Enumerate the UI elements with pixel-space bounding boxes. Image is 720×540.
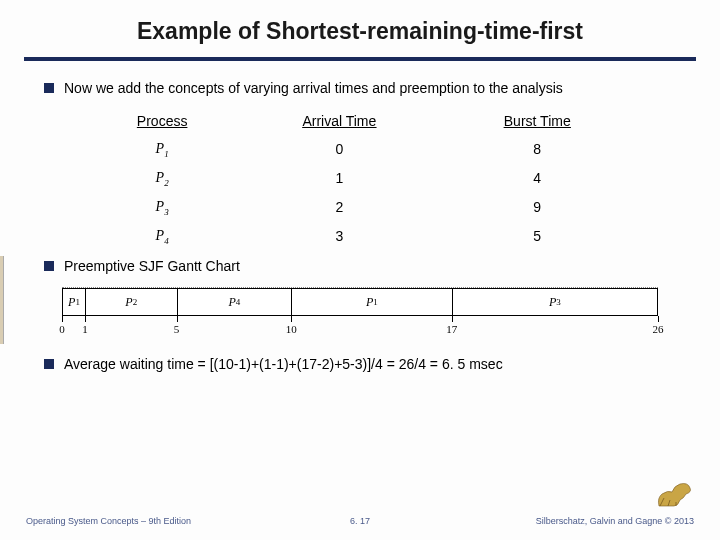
bullet-intro-text: Now we add the concepts of varying arriv… bbox=[64, 79, 676, 98]
footer-right: Silberschatz, Galvin and Gagne © 2013 bbox=[536, 516, 694, 526]
footer-page: 6. 17 bbox=[350, 516, 370, 526]
dinosaur-icon bbox=[654, 478, 694, 508]
gantt-tick-label: 17 bbox=[446, 322, 457, 337]
process-table: Process Arrival Time Burst Time P1 0 8 P… bbox=[88, 108, 632, 251]
footer: Operating System Concepts – 9th Edition … bbox=[0, 516, 720, 526]
table-row: P2 1 4 bbox=[88, 164, 632, 193]
square-bullet-icon bbox=[44, 261, 54, 271]
gantt-segment: P1 bbox=[291, 288, 451, 316]
col-burst: Burst Time bbox=[443, 108, 632, 135]
col-process: Process bbox=[88, 108, 236, 135]
table-row: P1 0 8 bbox=[88, 135, 632, 164]
bullet-intro: Now we add the concepts of varying arriv… bbox=[44, 79, 676, 98]
bullet-gantt: Preemptive SJF Gantt Chart bbox=[44, 257, 676, 276]
sidebar-stub bbox=[0, 256, 4, 344]
table-row: P4 3 5 bbox=[88, 222, 632, 251]
gantt-chart: P1P2P4P1P3015101726 bbox=[62, 287, 658, 341]
bullet-avg-text: Average waiting time = [(10-1)+(1-1)+(17… bbox=[64, 355, 676, 374]
footer-left: Operating System Concepts – 9th Edition bbox=[26, 516, 191, 526]
page-title: Example of Shortest-remaining-time-first bbox=[40, 18, 680, 45]
bullet-avg: Average waiting time = [(10-1)+(1-1)+(17… bbox=[44, 355, 676, 374]
table-row: P3 2 9 bbox=[88, 193, 632, 222]
gantt-segment: P2 bbox=[85, 288, 177, 316]
gantt-segment: P1 bbox=[62, 288, 85, 316]
gantt-tick-label: 26 bbox=[653, 322, 664, 337]
gantt-tick-label: 10 bbox=[286, 322, 297, 337]
gantt-tick-label: 0 bbox=[59, 322, 65, 337]
square-bullet-icon bbox=[44, 359, 54, 369]
col-arrival: Arrival Time bbox=[236, 108, 443, 135]
gantt-segment: P4 bbox=[177, 288, 292, 316]
gantt-tick-label: 5 bbox=[174, 322, 180, 337]
square-bullet-icon bbox=[44, 83, 54, 93]
gantt-segment: P3 bbox=[452, 288, 658, 316]
gantt-tick-label: 1 bbox=[82, 322, 88, 337]
bullet-gantt-text: Preemptive SJF Gantt Chart bbox=[64, 257, 676, 276]
